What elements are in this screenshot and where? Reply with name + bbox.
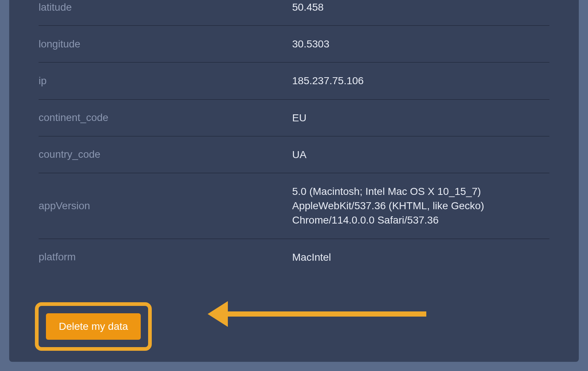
table-row: latitude 50.458	[39, 0, 549, 26]
data-value-ip: 185.237.75.106	[292, 74, 549, 88]
data-value-longitude: 30.5303	[292, 37, 549, 51]
data-value-country-code: UA	[292, 147, 549, 162]
data-value-platform: MacIntel	[292, 250, 549, 264]
table-row: ip 185.237.75.106	[39, 63, 549, 99]
table-row: country_code UA	[39, 136, 549, 173]
table-row: continent_code EU	[39, 100, 549, 136]
data-key-continent-code: continent_code	[39, 112, 292, 124]
data-key-ip: ip	[39, 75, 292, 87]
data-panel: latitude 50.458 longitude 30.5303 ip 185…	[9, 0, 579, 362]
data-key-longitude: longitude	[39, 38, 292, 50]
data-key-platform: platform	[39, 251, 292, 263]
data-value-continent-code: EU	[292, 111, 549, 125]
data-table: latitude 50.458 longitude 30.5303 ip 185…	[39, 0, 549, 275]
delete-my-data-button[interactable]: Delete my data	[46, 313, 141, 340]
data-value-latitude: 50.458	[292, 0, 549, 14]
arrow-annotation	[208, 301, 426, 327]
delete-button-highlight: Delete my data	[35, 302, 152, 351]
table-row: platform MacIntel	[39, 239, 549, 275]
data-key-country-code: country_code	[39, 149, 292, 160]
arrow-line	[228, 311, 426, 317]
table-row: longitude 30.5303	[39, 26, 549, 63]
data-value-app-version: 5.0 (Macintosh; Intel Mac OS X 10_15_7) …	[292, 184, 549, 228]
arrow-left-icon	[208, 301, 228, 327]
data-key-app-version: appVersion	[39, 200, 292, 212]
data-key-latitude: latitude	[39, 1, 292, 13]
table-row: appVersion 5.0 (Macintosh; Intel Mac OS …	[39, 173, 549, 239]
